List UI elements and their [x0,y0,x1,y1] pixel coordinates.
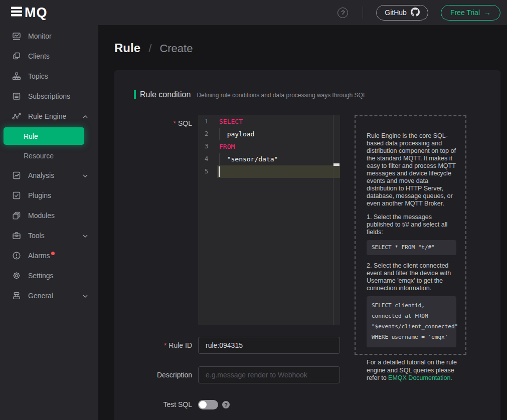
description-input[interactable] [198,366,340,383]
test-sql-toggle[interactable] [198,400,218,409]
chevron-up-icon [82,112,88,120]
tip-code-block: SELECT * FROM "t/#" [367,240,456,255]
tip-code-line: SELECT clientid, [372,300,451,311]
sidebar-item-topics[interactable]: Topics [0,66,98,86]
sidebar-subitem-label: Resource [24,152,54,160]
code-text: "sensor/data" [217,153,278,165]
subscriptions-icon [12,92,21,101]
chevron-down-icon [82,171,88,179]
sidebar-item-monitor[interactable]: Monitor [0,26,98,46]
sidebar-item-alarms[interactable]: Alarms [0,246,98,266]
breadcrumb-separator: / [148,42,151,55]
sidebar-item-label: Alarms [28,252,50,260]
sql-label: *SQL [114,115,192,325]
rule-create-card: Rule condition Defining rule conditions … [114,70,500,420]
topbar-divider [363,7,363,19]
code-text: FROM [217,140,235,153]
line-number: 2 [198,128,217,140]
plugins-icon [12,191,21,200]
tip-panel: Rule Engine is the core SQL-based data p… [355,115,466,355]
sidebar-menu: Monitor Clients Topics [0,25,98,306]
topbar: ? GitHub Free Trial → [98,0,507,25]
free-trial-button[interactable]: Free Trial → [441,5,500,21]
sidebar-item-label: Settings [28,272,54,280]
settings-icon [12,271,21,280]
required-marker: * [174,119,176,127]
editor-line: 3 FROM [198,140,340,153]
tip-code-block: SELECT clientid, connected_at FROM "$eve… [367,296,456,347]
rule-engine-icon [12,112,21,121]
chevron-down-icon [82,292,88,300]
line-number: 1 [198,115,217,128]
sidebar-item-label: Rule Engine [28,112,66,120]
emq-logo[interactable]: MQ [0,0,98,25]
sidebar-item-modules[interactable]: Modules [0,205,98,226]
rule-id-input[interactable] [198,337,340,354]
general-icon [12,291,21,300]
sidebar-subitem-resource[interactable]: Resource [0,146,98,165]
github-icon [411,8,420,18]
sidebar-item-subscriptions[interactable]: Subscriptions [0,86,98,106]
editor-line: 4 "sensor/data" [198,153,340,165]
sidebar-item-label: Clients [28,52,50,60]
test-sql-row: Test SQL ? [114,400,500,409]
tip-footer: For a detailed tutorial on the rule engi… [355,359,466,382]
sidebar-item-label: Modules [28,212,55,220]
sidebar-item-tools[interactable]: Tools [0,226,98,246]
sidebar-item-analysis[interactable]: Analysis [0,165,98,185]
line-number: 5 [198,165,217,178]
alarm-badge-dot [51,252,55,255]
editor-line: 2 payload [198,128,340,140]
section-title: Rule condition [140,90,191,99]
editor-scrollbar-thumb[interactable] [333,163,340,166]
help-glyph: ? [341,9,345,17]
sidebar-item-label: General [28,292,53,300]
editor-scrollbar-track[interactable] [333,115,340,325]
tools-icon [12,231,21,240]
github-button[interactable]: GitHub [376,5,428,21]
section-accent-bar [134,90,136,99]
free-trial-label: Free Trial [450,9,480,17]
breadcrumb-primary[interactable]: Rule [114,41,140,55]
test-sql-help-icon[interactable]: ? [222,401,230,408]
chevron-down-icon [82,232,88,240]
line-number: 3 [198,140,217,153]
monitor-icon [12,32,21,41]
github-button-label: GitHub [385,9,407,17]
toggle-knob [199,401,207,408]
sidebar-item-plugins[interactable]: Plugins [0,185,98,205]
sidebar-item-label: Subscriptions [28,92,70,100]
arrow-right-icon: → [484,9,491,17]
tip-paragraph: Rule Engine is the core SQL-based data p… [367,132,456,207]
sidebar-item-settings[interactable]: Settings [0,266,98,286]
editor-text-cursor [219,166,220,177]
section-subtitle: Defining rule conditions and data proces… [197,92,366,99]
emq-logo-text: MQ [25,5,48,21]
code-text: payload [217,128,254,140]
tip-code-line: connected_at FROM [372,311,451,321]
sidebar-item-label: Monitor [28,32,52,40]
tip-paragraph: 1. Select the messages published to t/# … [367,214,456,236]
sql-code-editor[interactable]: 1 SELECT 2 payload 3 FROM 4 [198,115,340,325]
line-number: 4 [198,153,217,165]
emq-logo-bars-icon [11,6,23,19]
sidebar-item-label: Analysis [28,171,54,179]
help-icon[interactable]: ? [337,8,348,18]
tip-code-line: WHERE username = 'emqx' [372,332,451,342]
emqx-documentation-link[interactable]: EMQX Documentation. [388,374,452,381]
sidebar-subitem-label: Rule [24,132,38,140]
breadcrumb: Rule / Create [114,41,507,55]
sidebar-item-rule-engine[interactable]: Rule Engine [0,106,98,126]
help-glyph: ? [224,402,228,408]
sidebar-item-general[interactable]: General [0,286,98,306]
clients-icon [12,52,21,61]
sidebar-item-clients[interactable]: Clients [0,46,98,66]
section-header: Rule condition Defining rule conditions … [134,90,500,99]
required-marker: * [164,341,166,349]
sidebar-item-label: Tools [28,232,45,240]
analysis-icon [12,171,21,180]
test-sql-label: Test SQL [114,400,192,409]
sidebar-subitem-rule[interactable]: Rule [4,127,84,145]
tip-aside: Rule Engine is the core SQL-based data p… [355,115,466,382]
rule-id-label: *Rule ID [114,337,192,354]
